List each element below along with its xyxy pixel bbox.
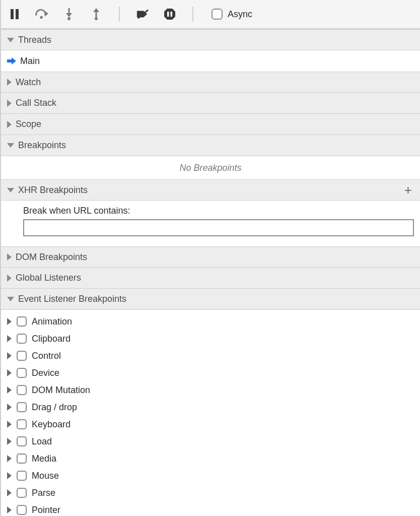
event-category-label: Clipboard — [32, 334, 71, 344]
chevron-right-icon — [7, 253, 12, 261]
event-category-checkbox[interactable] — [17, 419, 27, 429]
chevron-right-icon[interactable] — [7, 472, 12, 479]
event-category-row: Parse — [1, 484, 420, 501]
event-category-row: Control — [1, 347, 420, 364]
event-category-label: Drag / drop — [32, 402, 77, 413]
section-label: Threads — [18, 35, 51, 45]
chevron-down-icon — [7, 188, 14, 192]
section-label: Watch — [16, 77, 41, 88]
event-category-checkbox[interactable] — [17, 368, 27, 378]
svg-marker-2 — [45, 11, 48, 17]
section-label: Breakpoints — [18, 140, 66, 151]
current-thread-icon — [7, 57, 16, 64]
section-global-listeners[interactable]: Global Listeners — [1, 268, 420, 289]
event-category-checkbox[interactable] — [17, 436, 27, 446]
chevron-right-icon — [7, 121, 12, 128]
event-category-checkbox[interactable] — [17, 402, 27, 412]
event-category-label: Device — [32, 368, 59, 378]
pause-on-exceptions-icon[interactable] — [163, 8, 176, 21]
event-category-label: Control — [32, 351, 61, 361]
event-category-row: Keyboard — [1, 416, 420, 433]
chevron-right-icon[interactable] — [7, 318, 12, 325]
chevron-right-icon — [7, 79, 12, 86]
svg-marker-5 — [66, 13, 72, 17]
chevron-down-icon — [7, 297, 14, 301]
chevron-right-icon[interactable] — [7, 404, 12, 411]
chevron-right-icon[interactable] — [7, 489, 12, 496]
chevron-right-icon[interactable] — [7, 386, 12, 394]
svg-rect-0 — [11, 9, 14, 19]
event-category-row: DOM Mutation — [1, 381, 420, 399]
svg-marker-12 — [164, 9, 175, 20]
section-label: Global Listeners — [16, 273, 81, 283]
section-call-stack[interactable]: Call Stack — [1, 93, 420, 114]
async-label: Async — [228, 9, 252, 20]
chevron-right-icon — [7, 275, 12, 282]
event-category-row: Pointer — [1, 501, 420, 516]
breakpoints-empty: No Breakpoints — [1, 156, 420, 179]
xhr-url-input[interactable] — [23, 219, 414, 236]
event-category-checkbox[interactable] — [17, 385, 27, 395]
section-watch[interactable]: Watch — [1, 72, 420, 93]
section-label: DOM Breakpoints — [16, 252, 87, 263]
chevron-right-icon[interactable] — [7, 438, 12, 445]
chevron-down-icon — [7, 38, 14, 42]
step-into-icon[interactable] — [62, 8, 76, 21]
thread-main[interactable]: Main — [20, 56, 40, 67]
svg-rect-13 — [167, 12, 169, 17]
section-label: Scope — [16, 119, 41, 130]
deactivate-breakpoints-icon[interactable] — [136, 8, 149, 21]
step-over-icon[interactable] — [35, 8, 48, 21]
chevron-down-icon — [7, 143, 14, 148]
step-out-icon[interactable] — [90, 8, 103, 21]
event-category-label: Load — [32, 436, 52, 447]
toolbar-separator — [192, 7, 193, 22]
section-label: XHR Breakpoints — [18, 185, 88, 196]
chevron-right-icon — [7, 100, 12, 107]
chevron-right-icon[interactable] — [7, 506, 12, 513]
event-category-checkbox[interactable] — [17, 488, 27, 498]
chevron-right-icon[interactable] — [7, 369, 12, 376]
event-category-checkbox[interactable] — [17, 316, 27, 327]
chevron-right-icon[interactable] — [7, 352, 12, 359]
section-event-listener-breakpoints[interactable]: Event Listener Breakpoints — [1, 289, 420, 310]
add-xhr-breakpoint-icon[interactable]: + — [402, 183, 414, 197]
event-category-label: Animation — [32, 316, 72, 327]
event-category-row: Drag / drop — [1, 399, 420, 416]
async-checkbox[interactable] — [212, 9, 223, 20]
chevron-right-icon[interactable] — [7, 421, 12, 428]
section-dom-breakpoints[interactable]: DOM Breakpoints — [1, 246, 420, 268]
event-category-checkbox[interactable] — [17, 471, 27, 481]
section-xhr-breakpoints[interactable]: XHR Breakpoints + — [1, 179, 420, 201]
event-category-row: Mouse — [1, 467, 420, 484]
event-category-label: Pointer — [32, 505, 60, 515]
svg-point-3 — [40, 16, 43, 19]
event-category-checkbox[interactable] — [17, 351, 27, 361]
section-breakpoints[interactable]: Breakpoints — [1, 135, 420, 156]
xhr-body: Break when URL contains: — [1, 201, 420, 246]
event-category-row: Load — [1, 433, 420, 450]
svg-rect-14 — [171, 12, 173, 17]
event-category-label: DOM Mutation — [32, 385, 90, 396]
event-category-checkbox[interactable] — [17, 334, 27, 344]
event-category-checkbox[interactable] — [17, 505, 27, 515]
event-category-row: Device — [1, 364, 420, 381]
section-scope[interactable]: Scope — [1, 114, 420, 135]
event-category-label: Parse — [32, 488, 55, 498]
event-category-row: Clipboard — [1, 330, 420, 347]
chevron-right-icon[interactable] — [7, 455, 12, 462]
pause-icon[interactable] — [8, 8, 21, 21]
svg-point-6 — [67, 17, 71, 20]
event-category-row: Media — [1, 450, 420, 467]
xhr-prompt-label: Break when URL contains: — [23, 206, 414, 216]
event-category-checkbox[interactable] — [17, 454, 27, 464]
threads-body: Main — [1, 50, 420, 72]
no-breakpoints-label: No Breakpoints — [179, 163, 241, 173]
event-category-label: Media — [32, 454, 56, 464]
section-label: Call Stack — [16, 98, 56, 108]
debugger-panel: Async Threads Main Watch Call Stack Scop… — [0, 0, 420, 516]
section-label: Event Listener Breakpoints — [18, 294, 126, 304]
chevron-right-icon[interactable] — [7, 335, 12, 342]
event-category-label: Keyboard — [32, 419, 71, 430]
section-threads[interactable]: Threads — [1, 29, 420, 50]
